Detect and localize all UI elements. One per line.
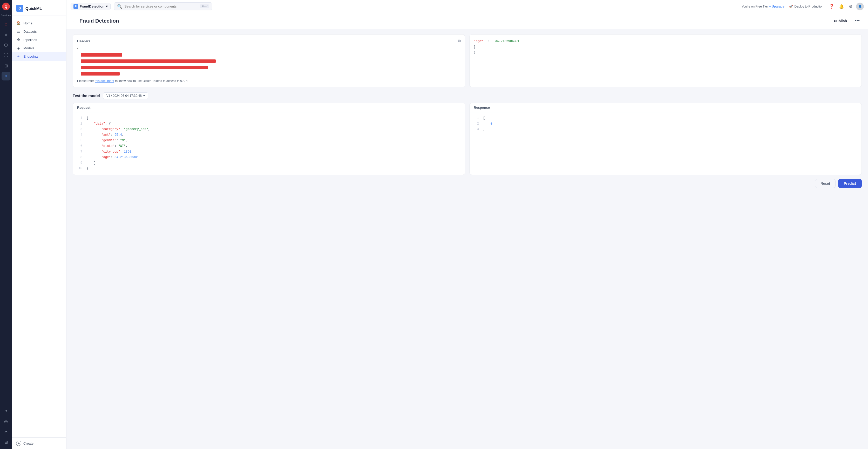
redacted-bar-4	[81, 72, 120, 75]
req-line-3: 3 "category": "grocery_pos",	[77, 127, 461, 132]
services-label: Services	[1, 14, 11, 17]
redacted-bar-3	[81, 66, 208, 69]
deploy-rail-icon[interactable]: ◎	[2, 417, 10, 426]
json-age-value: 34.2136986301	[495, 39, 519, 44]
sidebar-item-home[interactable]: 🏠 Home	[12, 19, 66, 27]
sidebar-footer: + Create	[12, 437, 66, 449]
json-line-1: "age" : 34.2136986301	[474, 39, 857, 44]
project-name: FraudDetection	[80, 4, 104, 8]
page-content: ← Fraud Detection Publish ••• Headers ⧉	[66, 13, 868, 449]
sidebar-item-datasets[interactable]: 🗃 Datasets	[12, 27, 66, 36]
redacted-bar-2	[81, 59, 216, 63]
data-rail-icon[interactable]: ⬡	[2, 40, 10, 49]
version-selector[interactable]: V1 / 2024-06-04 17:30:48 ▾	[103, 92, 148, 99]
resp-line-3: 3 ]	[474, 127, 857, 132]
oauth-suffix: to know how to use OAuth Tokens to acces…	[114, 79, 188, 83]
project-icon: F	[73, 4, 78, 9]
sidebar-header: Q QuickML	[12, 0, 66, 16]
search-icon: 🔍	[117, 4, 122, 9]
action-buttons: Reset Predict	[73, 179, 862, 191]
user-avatar[interactable]: 👤	[856, 3, 864, 10]
headers-content: {	[77, 46, 461, 76]
icon-rail: Q Services ⌂ ◈ ⬡ ⛶ ⊞ ⌖ ✦ ◎ ✂ ⊞	[0, 0, 12, 449]
code-rail-icon[interactable]: ◈	[2, 30, 10, 39]
search-shortcut: ⌘+K	[200, 4, 209, 8]
headers-open: {	[77, 46, 461, 51]
headers-card: Headers ⧉ {	[73, 34, 465, 87]
version-label: V1 / 2024-06-04 17:30:48	[106, 94, 142, 98]
test-model-label: Test the model	[73, 93, 100, 98]
reset-button[interactable]: Reset	[815, 179, 836, 188]
endpoints-icon: ⌖	[16, 54, 21, 59]
search-rail-icon[interactable]: ✦	[2, 407, 10, 415]
copy-icon[interactable]: ⧉	[458, 39, 461, 43]
endpoint-rail-icon[interactable]: ⌖	[2, 72, 10, 81]
headers-row-3	[77, 65, 461, 70]
sidebar-item-home-label: Home	[23, 21, 32, 25]
response-panel: Response 1 [ 2 0 3	[469, 103, 862, 175]
oauth-link[interactable]: this document	[95, 79, 114, 83]
test-model-header: Test the model V1 / 2024-06-04 17:30:48 …	[73, 92, 862, 99]
home-icon: 🏠	[16, 21, 21, 25]
sidebar-logo: Q	[16, 5, 23, 12]
topbar: F FraudDetection ▾ 🔍 ⌘+K You're on Free …	[66, 0, 868, 13]
sidebar-item-models[interactable]: ◈ Models	[12, 44, 66, 52]
headers-row-2	[77, 59, 461, 64]
sidebar-nav: 🏠 Home 🗃 Datasets ⚙ Pipelines ◈ Models ⌖…	[12, 16, 66, 437]
sidebar-item-pipelines[interactable]: ⚙ Pipelines	[12, 36, 66, 44]
tools-rail-icon[interactable]: ✂	[2, 427, 10, 436]
json-line-3: }	[474, 50, 857, 56]
model-rail-icon[interactable]: ⊞	[2, 61, 10, 70]
free-tier-text: You're on Free Tier	[742, 5, 768, 8]
req-line-10: 10 }	[77, 166, 461, 171]
settings-icon[interactable]: ⚙	[848, 3, 854, 10]
sidebar-item-models-label: Models	[23, 46, 34, 50]
predict-button[interactable]: Predict	[838, 179, 862, 188]
sidebar-item-endpoints[interactable]: ⌖ Endpoints	[12, 52, 66, 61]
content-area: Headers ⧉ {	[66, 29, 868, 201]
sidebar-item-pipelines-label: Pipelines	[23, 38, 37, 42]
request-panel: Request 1 { 2 "data": { 3	[73, 103, 465, 175]
redacted-bar-1	[81, 53, 122, 57]
publish-button[interactable]: Publish	[831, 18, 850, 25]
sidebar: Q QuickML 🏠 Home 🗃 Datasets ⚙ Pipelines …	[12, 0, 66, 449]
topbar-right: You're on Free Tier + Upgrade 🚀 Deploy t…	[742, 3, 864, 10]
sidebar-title: QuickML	[25, 6, 42, 11]
deploy-label: Deploy to Production	[795, 5, 824, 8]
notification-icon[interactable]: 🔔	[838, 3, 845, 10]
resp-line-1: 1 [	[474, 116, 857, 121]
models-icon: ◈	[16, 46, 21, 50]
headers-title: Headers ⧉	[77, 39, 461, 43]
search-input[interactable]	[124, 4, 198, 8]
deploy-button[interactable]: 🚀 Deploy to Production	[787, 3, 826, 10]
test-panels: Request 1 { 2 "data": { 3	[73, 103, 862, 175]
req-line-2: 2 "data": {	[77, 121, 461, 127]
main-area: F FraudDetection ▾ 🔍 ⌘+K You're on Free …	[66, 0, 868, 449]
response-code-area: 1 [ 2 0 3 ]	[470, 113, 862, 135]
request-code-area: 1 { 2 "data": { 3 "category": "grocery_p…	[73, 113, 465, 175]
page-header: ← Fraud Detection Publish •••	[66, 13, 868, 29]
headers-row-1	[77, 52, 461, 57]
help-icon[interactable]: ❓	[828, 3, 835, 10]
pipeline-rail-icon[interactable]: ⛶	[2, 51, 10, 60]
page-title: Fraud Detection	[80, 18, 119, 24]
plus-icon: +	[16, 441, 21, 446]
resp-line-2: 2 0	[474, 121, 857, 127]
sidebar-item-endpoints-label: Endpoints	[23, 55, 38, 58]
grid-rail-icon[interactable]: ⊞	[2, 438, 10, 446]
create-label: Create	[23, 442, 33, 445]
upgrade-link[interactable]: + Upgrade	[769, 5, 784, 8]
oauth-notice-text: Please refer	[77, 79, 95, 83]
headers-label: Headers	[77, 39, 90, 43]
headers-row-4	[77, 71, 461, 76]
back-button[interactable]: ←	[73, 19, 77, 23]
project-selector[interactable]: F FraudDetection ▾	[71, 3, 111, 10]
more-options-button[interactable]: •••	[853, 17, 862, 25]
request-panel-header: Request	[73, 103, 465, 113]
create-button[interactable]: + Create	[16, 441, 62, 446]
response-panel-header: Response	[470, 103, 862, 113]
free-tier-badge: You're on Free Tier + Upgrade	[742, 5, 784, 8]
home-rail-icon[interactable]: ⌂	[2, 20, 10, 29]
pipelines-icon: ⚙	[16, 38, 21, 42]
req-line-8: 8 "age": 34.2136986301	[77, 155, 461, 160]
